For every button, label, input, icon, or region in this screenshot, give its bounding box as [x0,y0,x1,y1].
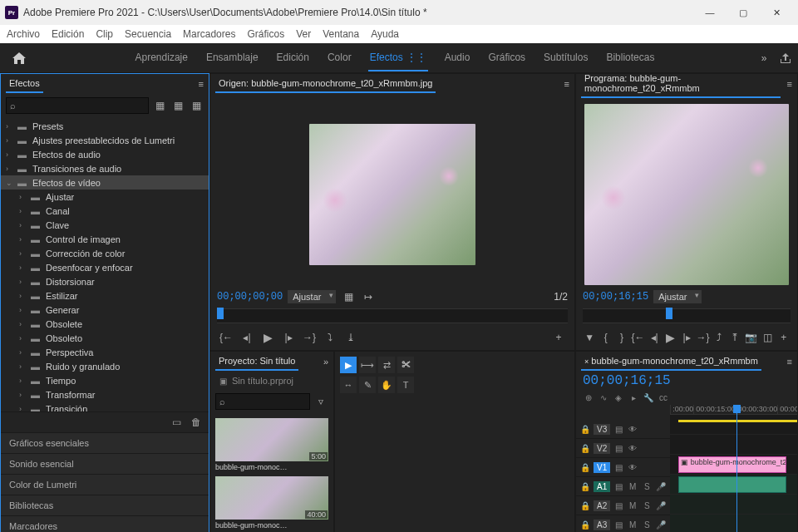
overwrite-icon[interactable]: ⤓ [342,328,360,347]
close-button[interactable]: ✕ [760,0,793,25]
effect-folder[interactable]: ›▬Canal [1,204,209,218]
program-preview[interactable] [584,104,789,285]
program-fit-dropdown[interactable]: Ajustar [653,290,702,303]
overflow-icon[interactable]: » [323,357,328,367]
audio-track-lane[interactable] [670,495,797,515]
track-toggle[interactable]: A3 [594,520,610,530]
menu-secuencia[interactable]: Secuencia [125,28,171,40]
effect-folder[interactable]: ›▬Obsoleto [1,331,209,345]
menu-marcadores[interactable]: Marcadores [183,28,235,40]
ws-color[interactable]: Color [326,45,353,71]
side-panel-tab[interactable]: Bibliotecas [1,495,209,516]
panel-menu-icon[interactable]: ≡ [199,79,204,89]
new-bin-icon[interactable]: ▭ [169,415,184,430]
effect-folder[interactable]: ›▬Distorsionar [1,274,209,288]
effect-folder[interactable]: ›▬Transición [1,401,209,411]
source-tc-left[interactable]: 00;00;00;00 [217,291,283,303]
audio-track-lane[interactable] [670,475,797,495]
selection-tool[interactable]: ▶ [340,357,357,373]
sync-icon[interactable]: ▤ [613,480,624,492]
ws-aprendizaje[interactable]: Aprendizaje [134,45,190,71]
home-button[interactable] [5,47,33,70]
timeline-timecode[interactable]: 00;00;16;15 [576,372,797,390]
menu-ver[interactable]: Ver [296,28,311,40]
sync-icon[interactable]: ▤ [613,423,624,435]
menu-ayuda[interactable]: Ayuda [371,28,399,40]
yuv-icon[interactable]: ▦ [189,98,204,113]
solo-button[interactable]: S [641,500,653,511]
mark-out-icon[interactable]: →} [300,328,318,347]
voice-icon[interactable]: 🎤 [655,500,667,511]
effect-folder[interactable]: ›▬Ajustar [1,190,209,204]
source-scrubber[interactable] [217,308,568,323]
button-editor-icon[interactable]: + [777,328,791,347]
effect-folder[interactable]: ›▬Transiciones de audio [1,161,209,175]
insert-icon[interactable]: ⤵ [321,328,339,347]
panel-menu-icon[interactable]: ≡ [787,79,792,89]
effect-folder[interactable]: ›▬Efectos de audio [1,147,209,161]
safe-margins-icon[interactable]: ▦ [341,289,356,304]
eye-icon[interactable]: 👁 [627,442,638,454]
maximize-button[interactable]: ▢ [727,0,760,25]
lock-icon[interactable]: 🔒 [579,480,591,492]
source-preview[interactable] [309,124,475,265]
timeline-clip[interactable]: ▣ bubble-gum-monochrome_t20_xRmmb [678,456,786,473]
playhead[interactable] [736,405,737,532]
solo-button[interactable]: S [641,519,653,530]
work-area-bar[interactable] [678,420,797,422]
marker-icon[interactable]: ◈ [613,392,624,403]
program-scrubber[interactable] [583,308,791,323]
source-tab[interactable]: Origen: bubble-gum-monochrome_t20_xRmmbm… [215,75,436,93]
track-header[interactable]: 🔒V2▤👁 [576,439,670,458]
track-header[interactable]: 🔒A1▤MS🎤 [576,477,670,496]
effect-folder[interactable]: ›▬Control de imagen [1,232,209,246]
project-search[interactable]: ⌕ [215,393,310,410]
razor-tool[interactable]: ✀ [397,357,414,373]
button-editor-icon[interactable]: + [549,328,568,347]
side-panel-tab[interactable]: Gráficos esenciales [1,433,209,454]
ripple-tool[interactable]: ⇄ [378,357,395,373]
step-fwd-icon[interactable]: |▸ [680,328,693,347]
track-header[interactable]: 🔒V1▤👁 [576,458,670,477]
effect-folder[interactable]: ›▬Ajustes preestablecidos de Lumetri [1,133,209,147]
add-marker-icon[interactable]: ▼ [583,328,596,347]
effect-folder[interactable]: ›▬Presets [1,119,209,133]
menu-ventana[interactable]: Ventana [323,28,359,40]
track-toggle[interactable]: A1 [594,481,610,492]
play-icon[interactable]: ▶ [259,328,277,347]
project-item[interactable]: 5:00bubble-gum-monoc… [215,418,328,471]
effect-folder[interactable]: ›▬Corrección de color [1,246,209,260]
mute-button[interactable]: M [627,480,638,492]
add-marker-icon[interactable]: ▸ [628,392,639,403]
go-in-icon[interactable]: {← [631,328,644,347]
lock-icon[interactable]: 🔒 [579,442,591,454]
ws-efectos[interactable]: Efectos⋮⋮ [368,45,428,71]
type-tool[interactable]: T [397,377,414,393]
sync-icon[interactable]: ▤ [613,500,624,511]
sync-icon[interactable]: ▤ [613,442,624,454]
effect-folder[interactable]: ›▬Tiempo [1,373,209,387]
menu-clip[interactable]: Clip [96,28,113,40]
side-panel-tab[interactable]: Color de Lumetri [1,475,209,495]
menu-graficos[interactable]: Gráficos [247,28,284,40]
go-out-icon[interactable]: →} [696,328,709,347]
effect-folder[interactable]: ›▬Perspectiva [1,345,209,359]
pen-tool[interactable]: ✎ [359,377,376,393]
share-icon[interactable] [778,51,793,66]
hand-tool[interactable]: ✋ [378,377,395,393]
project-item[interactable]: 40:00bubble-gum-monoc… [215,476,328,530]
voice-icon[interactable]: 🎤 [655,480,667,492]
ws-audio[interactable]: Audio [443,45,472,71]
step-fwd-icon[interactable]: |▸ [279,328,298,347]
track-toggle[interactable]: A2 [594,500,610,511]
video-track-lane[interactable]: ▣ bubble-gum-monochrome_t20_xRmmb [670,455,797,475]
lift-icon[interactable]: ⤴ [712,328,726,347]
lock-icon[interactable]: 🔒 [579,423,591,435]
extract-icon[interactable]: ⤒ [728,328,741,347]
export-frame-icon[interactable]: 📷 [745,328,758,347]
timeline-clip[interactable] [678,476,786,493]
filter-icon[interactable]: ▿ [313,394,328,409]
effect-folder[interactable]: ›▬Ruido y granulado [1,359,209,373]
settings-icon[interactable]: 🔧 [643,392,654,403]
program-tc-left[interactable]: 00;00;16;15 [583,291,648,303]
